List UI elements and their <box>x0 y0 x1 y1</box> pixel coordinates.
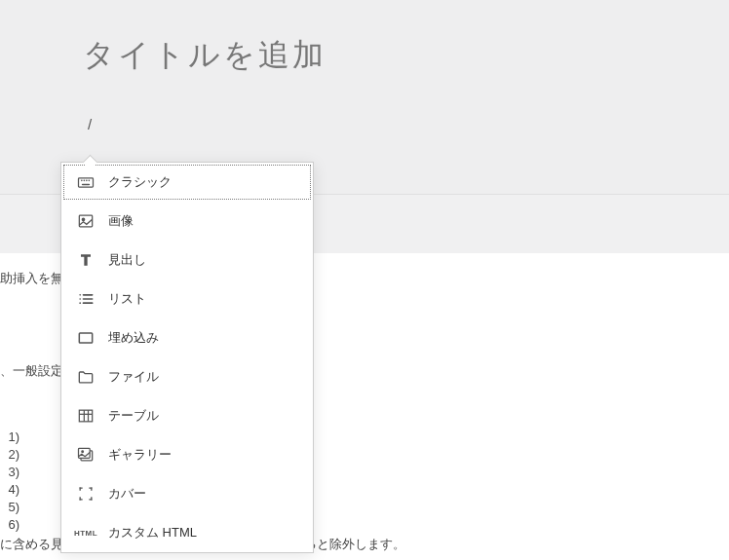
gallery-icon <box>75 444 96 466</box>
table-icon <box>75 405 96 427</box>
cutoff-text: 助挿入を無 <box>0 270 63 287</box>
block-label: ギャラリー <box>108 446 172 464</box>
block-inserter-popover: クラシック 画像 見出し リスト 埋め込み ファイル テーブル <box>60 162 314 553</box>
block-option-classic[interactable]: クラシック <box>61 163 313 202</box>
block-option-cover[interactable]: カバー <box>61 474 313 513</box>
html-icon: HTML <box>75 522 96 543</box>
block-option-custom-html[interactable]: HTML カスタム HTML <box>61 513 313 552</box>
block-label: カバー <box>108 485 146 503</box>
keyboard-icon <box>75 171 96 193</box>
list-icon <box>75 288 96 310</box>
block-option-heading[interactable]: 見出し <box>61 241 313 280</box>
svg-rect-14 <box>79 333 92 343</box>
svg-point-7 <box>82 218 85 221</box>
block-option-gallery[interactable]: ギャラリー <box>61 435 313 474</box>
block-option-table[interactable]: テーブル <box>61 396 313 435</box>
block-label: 埋め込み <box>108 329 159 347</box>
block-option-list[interactable]: リスト <box>61 280 313 318</box>
slash-command-trigger[interactable]: / <box>88 116 646 132</box>
block-label: ファイル <box>108 368 159 386</box>
heading-icon <box>75 249 96 271</box>
image-icon <box>75 210 96 232</box>
block-option-file[interactable]: ファイル <box>61 357 313 396</box>
block-label: カスタム HTML <box>108 524 197 541</box>
svg-point-8 <box>79 294 81 296</box>
block-label: クラシック <box>108 173 172 191</box>
svg-rect-15 <box>79 410 92 422</box>
post-title-input[interactable]: タイトルを追加 <box>83 29 646 82</box>
svg-point-12 <box>79 302 81 304</box>
block-option-embed[interactable]: 埋め込み <box>61 318 313 357</box>
block-label: 画像 <box>108 212 134 230</box>
svg-point-21 <box>82 451 84 453</box>
cutoff-text: 、一般設定 <box>0 362 63 380</box>
block-label: 見出し <box>108 251 146 269</box>
block-option-image[interactable]: 画像 <box>61 202 313 241</box>
svg-point-10 <box>79 298 81 300</box>
embed-icon <box>75 327 96 349</box>
svg-rect-0 <box>79 178 94 187</box>
heading-level-list: 1) 2) 3) 4) 5) 6) <box>0 429 19 534</box>
file-icon <box>75 366 96 388</box>
block-label: テーブル <box>108 407 159 425</box>
block-label: リスト <box>108 290 146 308</box>
cover-icon <box>75 483 96 504</box>
